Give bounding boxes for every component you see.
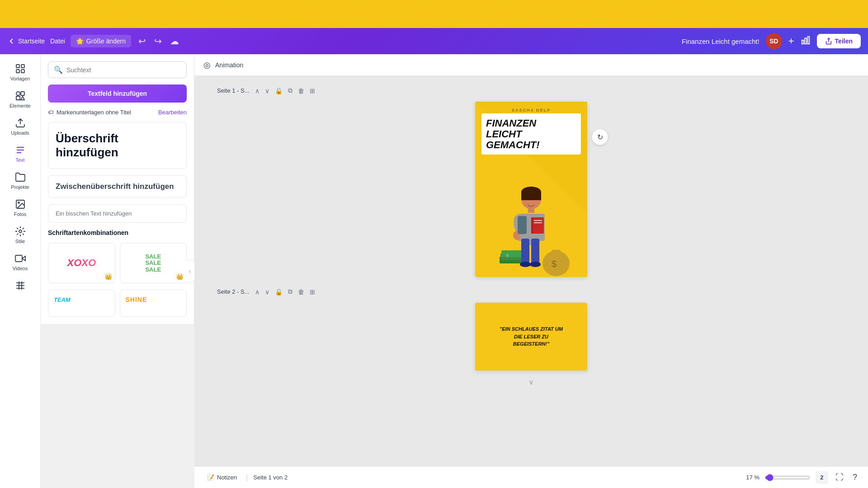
page2-label: Seite 2 - S... <box>217 288 250 295</box>
page2-controls: ∧ ∨ 🔒 ⧉ 🗑 ⊞ <box>253 286 317 297</box>
sidebar-item-stile[interactable]: Stile <box>2 222 38 248</box>
page1-delete-button[interactable]: 🗑 <box>296 85 306 96</box>
page2-quote-line2: DIE LESER ZU <box>500 333 563 341</box>
page1-card-container: SASCHA DELP FINANZEN LEICHT GEMACHT! <box>475 102 587 277</box>
brand-label: 🏷 Markenunterlagen ohne Titel <box>48 109 131 116</box>
sidebar-label: Text <box>15 157 24 163</box>
sidebar-item-text[interactable]: Text <box>2 141 38 166</box>
page2-up-button[interactable]: ∧ <box>253 286 261 297</box>
sidebar-label: Elemente <box>9 103 30 108</box>
bottom-font-preview: TEAM SHINE <box>48 290 187 317</box>
edit-link[interactable]: Bearbeiten <box>158 109 187 116</box>
notes-label: Notizen <box>217 474 237 481</box>
font-combo-sale[interactable]: SALE SALE SALE 👑 <box>120 243 187 283</box>
svg-rect-6 <box>21 70 24 73</box>
sidebar-label: Vorlagen <box>10 76 30 81</box>
page2-down-button[interactable]: ∨ <box>263 286 271 297</box>
svg-point-7 <box>16 92 20 95</box>
svg-rect-5 <box>16 70 19 73</box>
undo-button[interactable]: ↩ <box>137 34 148 48</box>
svg-rect-8 <box>21 92 24 95</box>
add-user-button[interactable]: + <box>788 35 794 47</box>
redo-button[interactable]: ↪ <box>152 34 164 48</box>
svg-rect-28 <box>521 192 541 200</box>
page1-lock-button[interactable]: 🔒 <box>273 85 284 96</box>
font-combo-team[interactable]: TEAM <box>48 290 115 317</box>
sidebar-item-projekte[interactable]: Projekte <box>2 168 38 193</box>
notes-icon: 📝 <box>207 474 214 481</box>
animation-bar: ◎ Animation <box>194 54 868 76</box>
zoom-slider[interactable] <box>765 474 810 481</box>
page1-up-button[interactable]: ∧ <box>253 85 261 96</box>
page1-controls: ∧ ∨ 🔒 ⧉ 🗑 ⊞ <box>253 85 317 96</box>
font-combo-xoxo[interactable]: XOXO 👑 <box>48 243 115 283</box>
back-button[interactable]: Startseite <box>7 37 45 45</box>
text-panel: 🔍 Textfeld hinzufügen 🏷 Markenunterlagen… <box>41 54 194 324</box>
page1-header: Seite 1 - S... ∧ ∨ 🔒 ⧉ 🗑 ⊞ <box>217 85 317 96</box>
top-decorative-bar <box>0 0 868 28</box>
svg-rect-29 <box>528 208 534 213</box>
size-change-button[interactable]: 🌟 Größe ändern <box>71 35 131 47</box>
sidebar-item-uploads[interactable]: Uploads <box>2 114 38 139</box>
sidebar-item-elemente[interactable]: Elemente <box>2 87 38 112</box>
svg-text:$: $ <box>506 253 509 258</box>
sidebar-item-fotos[interactable]: Fotos <box>2 195 38 221</box>
sidebar-item-pattern[interactable] <box>2 277 38 296</box>
page2-canvas: "EIN SCHLAUES ZITAT UM DIE LESER ZU BEGE… <box>475 303 587 371</box>
page1-down-button[interactable]: ∨ <box>263 85 271 96</box>
page1-duplicate-button[interactable]: ⧉ <box>286 85 294 96</box>
fullscreen-button[interactable]: ⛶ <box>834 471 845 484</box>
search-icon: 🔍 <box>54 66 63 74</box>
sidebar-label: Projekte <box>11 184 29 190</box>
hide-panel-button[interactable]: ‹ <box>186 260 195 282</box>
brand-row: 🏷 Markenunterlagen ohne Titel Bearbeiten <box>48 109 187 116</box>
svg-point-41 <box>530 262 541 267</box>
notes-button[interactable]: 📝 Notizen <box>203 472 241 483</box>
share-button[interactable]: Teilen <box>817 34 861 48</box>
svg-rect-38 <box>521 239 529 263</box>
add-text-button[interactable]: Textfeld hinzufügen <box>48 84 187 103</box>
project-title: Finanzen Leicht gemacht! <box>682 38 760 45</box>
page1-title-line1: FINANZEN <box>486 118 576 129</box>
zoom-level: 17 % <box>746 474 760 481</box>
svg-rect-0 <box>802 40 803 44</box>
page1-title-box: FINANZEN LEICHT GEMACHT! <box>481 113 581 155</box>
page1-wrapper: Seite 1 - S... ∧ ∨ 🔒 ⧉ 🗑 ⊞ <box>212 85 850 277</box>
svg-text:$: $ <box>552 259 557 269</box>
sidebar-item-videos[interactable]: Videos <box>2 249 38 275</box>
scroll-indicator: ∨ <box>528 378 534 386</box>
xoxo-text: XOXO <box>67 257 96 269</box>
svg-rect-21 <box>552 250 561 257</box>
page1-design-card[interactable]: SASCHA DELP FINANZEN LEICHT GEMACHT! <box>475 102 587 277</box>
search-input[interactable] <box>66 66 181 74</box>
main-layout: Vorlagen Elemente Uploads Text Projekte … <box>0 54 868 488</box>
canvas-scroll[interactable]: Seite 1 - S... ∧ ∨ 🔒 ⧉ 🗑 ⊞ <box>194 76 868 466</box>
help-button[interactable]: ? <box>851 471 859 484</box>
svg-rect-32 <box>531 217 544 234</box>
page2-add-button[interactable]: ⊞ <box>308 286 317 297</box>
sidebar-item-vorlagen[interactable]: Vorlagen <box>2 60 38 85</box>
datei-menu[interactable]: Datei <box>50 38 65 45</box>
sidebar-label: Stile <box>15 239 25 244</box>
page1-add-button[interactable]: ⊞ <box>308 85 317 96</box>
refresh-button[interactable]: ↻ <box>592 129 608 145</box>
font-combo-shine[interactable]: SHINE <box>120 290 187 317</box>
page-count-badge: 2 <box>816 471 828 484</box>
page2-duplicate-button[interactable]: ⧉ <box>286 286 294 297</box>
save-cloud-button[interactable]: ☁ <box>168 34 181 48</box>
page2-delete-button[interactable]: 🗑 <box>296 286 306 297</box>
sale-text: SALE SALE SALE <box>145 253 161 273</box>
font-combos-title: Schriftartenkombinationen <box>48 229 187 236</box>
sidebar: Vorlagen Elemente Uploads Text Projekte … <box>0 54 41 488</box>
svg-rect-2 <box>807 36 809 44</box>
stats-button[interactable] <box>801 35 811 47</box>
page2-lock-button[interactable]: 🔒 <box>273 286 284 297</box>
startseite-link[interactable]: Startseite <box>18 38 45 45</box>
page2-quote-line3: BEGEISTERN!" <box>500 340 563 348</box>
add-subheading-button[interactable]: Zwischenüberschrift hinzufügen <box>48 175 187 198</box>
page2-design-card[interactable]: "EIN SCHLAUES ZITAT UM DIE LESER ZU BEGE… <box>475 303 587 371</box>
add-heading-button[interactable]: Überschrift hinzufügen <box>48 122 187 169</box>
search-box[interactable]: 🔍 <box>48 61 187 78</box>
page-indicator: Seite 1 von 2 <box>253 474 288 481</box>
add-body-text-button[interactable]: Ein bisschen Text hinzufügen <box>48 204 187 223</box>
